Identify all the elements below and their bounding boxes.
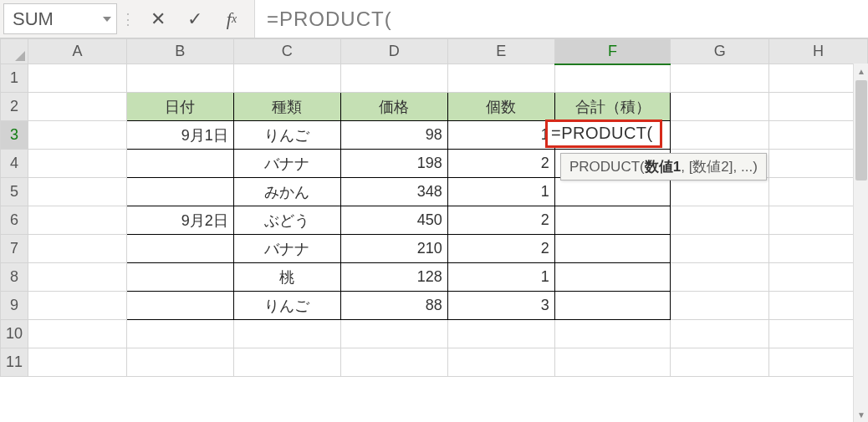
tbl-header-total[interactable]: 合計（積） (554, 93, 670, 121)
cell[interactable] (126, 348, 233, 377)
cell[interactable] (126, 263, 233, 292)
col-header-E[interactable]: E (447, 39, 554, 64)
cell[interactable] (671, 348, 769, 377)
cell[interactable] (340, 320, 447, 348)
cell[interactable] (671, 292, 769, 320)
cell[interactable] (126, 235, 233, 263)
col-header-A[interactable]: A (28, 39, 127, 64)
cell[interactable] (554, 235, 670, 263)
cell[interactable] (554, 206, 670, 235)
cell[interactable] (671, 178, 769, 206)
cell[interactable] (447, 348, 554, 377)
cell[interactable] (671, 320, 769, 348)
cell[interactable] (554, 64, 670, 93)
cell[interactable]: 2 (447, 206, 554, 235)
col-header-B[interactable]: B (126, 39, 233, 64)
col-header-C[interactable]: C (233, 39, 340, 64)
cell[interactable] (554, 348, 670, 377)
cell[interactable] (28, 150, 127, 178)
enter-icon[interactable]: ✓ (184, 7, 206, 32)
cell[interactable] (28, 93, 127, 121)
cell[interactable]: りんご (233, 121, 340, 150)
cell[interactable]: 1 (447, 121, 554, 150)
row-header-10[interactable]: 10 (1, 320, 28, 348)
cell[interactable] (671, 121, 769, 150)
chevron-down-icon[interactable] (103, 17, 111, 22)
cancel-icon[interactable]: ✕ (147, 7, 169, 32)
cell[interactable] (28, 348, 127, 377)
vertical-scrollbar[interactable]: ▲ ▼ (853, 64, 868, 422)
cell[interactable] (28, 206, 127, 235)
cell[interactable] (28, 178, 127, 206)
scroll-up-icon[interactable]: ▲ (854, 64, 868, 79)
col-header-H[interactable]: H (769, 39, 868, 64)
cell[interactable] (126, 150, 233, 178)
row-header-4[interactable]: 4 (1, 150, 28, 178)
row-header-6[interactable]: 6 (1, 206, 28, 235)
tbl-header-date[interactable]: 日付 (126, 93, 233, 121)
cell[interactable] (28, 292, 127, 320)
cell[interactable] (554, 292, 670, 320)
cell[interactable] (126, 178, 233, 206)
cell[interactable]: 348 (340, 178, 447, 206)
tbl-header-qty[interactable]: 個数 (447, 93, 554, 121)
cell[interactable]: 450 (340, 206, 447, 235)
cell[interactable]: 3 (447, 292, 554, 320)
row-header-1[interactable]: 1 (1, 64, 28, 93)
cell[interactable] (554, 178, 670, 206)
cell[interactable] (28, 64, 127, 93)
row-header-5[interactable]: 5 (1, 178, 28, 206)
cell[interactable] (554, 263, 670, 292)
cell[interactable] (233, 348, 340, 377)
cell[interactable]: 128 (340, 263, 447, 292)
cell[interactable]: 198 (340, 150, 447, 178)
cell[interactable] (447, 64, 554, 93)
cell[interactable]: バナナ (233, 150, 340, 178)
cell[interactable] (340, 64, 447, 93)
cell[interactable] (233, 320, 340, 348)
row-header-3[interactable]: 3 (1, 121, 28, 150)
cell[interactable] (28, 320, 127, 348)
col-header-D[interactable]: D (340, 39, 447, 64)
cell[interactable]: りんご (233, 292, 340, 320)
select-all-corner[interactable] (1, 39, 28, 64)
cell[interactable]: 9月2日 (126, 206, 233, 235)
spreadsheet-grid[interactable]: A B C D E F G H 1 2 日付 種類 価格 (0, 38, 868, 422)
cell[interactable] (671, 235, 769, 263)
row-header-2[interactable]: 2 (1, 93, 28, 121)
cell[interactable]: みかん (233, 178, 340, 206)
cell[interactable]: 98 (340, 121, 447, 150)
name-box[interactable]: SUM (3, 3, 117, 34)
cell-editor[interactable]: =PRODUCT( (545, 119, 662, 148)
cell[interactable] (447, 320, 554, 348)
cell[interactable]: 2 (447, 150, 554, 178)
cell[interactable] (671, 206, 769, 235)
col-header-F[interactable]: F (554, 39, 670, 64)
row-header-7[interactable]: 7 (1, 235, 28, 263)
scroll-down-icon[interactable]: ▼ (854, 407, 868, 422)
row-header-9[interactable]: 9 (1, 292, 28, 320)
formula-input[interactable]: =PRODUCT( (254, 0, 868, 38)
cell[interactable] (28, 263, 127, 292)
cell[interactable] (126, 292, 233, 320)
cell[interactable]: 9月1日 (126, 121, 233, 150)
cell[interactable]: 桃 (233, 263, 340, 292)
cell[interactable]: バナナ (233, 235, 340, 263)
col-header-G[interactable]: G (671, 39, 769, 64)
row-header-8[interactable]: 8 (1, 263, 28, 292)
cell[interactable]: 210 (340, 235, 447, 263)
cell[interactable] (126, 64, 233, 93)
cell[interactable]: 88 (340, 292, 447, 320)
cell[interactable] (671, 64, 769, 93)
cell[interactable] (671, 93, 769, 121)
cell[interactable] (671, 263, 769, 292)
cell[interactable]: 2 (447, 235, 554, 263)
cell[interactable]: 1 (447, 263, 554, 292)
cell[interactable] (28, 235, 127, 263)
cell[interactable] (340, 348, 447, 377)
cell[interactable]: 1 (447, 178, 554, 206)
fx-icon[interactable]: fx (221, 7, 243, 32)
tbl-header-kind[interactable]: 種類 (233, 93, 340, 121)
cell[interactable] (554, 320, 670, 348)
tbl-header-price[interactable]: 価格 (340, 93, 447, 121)
